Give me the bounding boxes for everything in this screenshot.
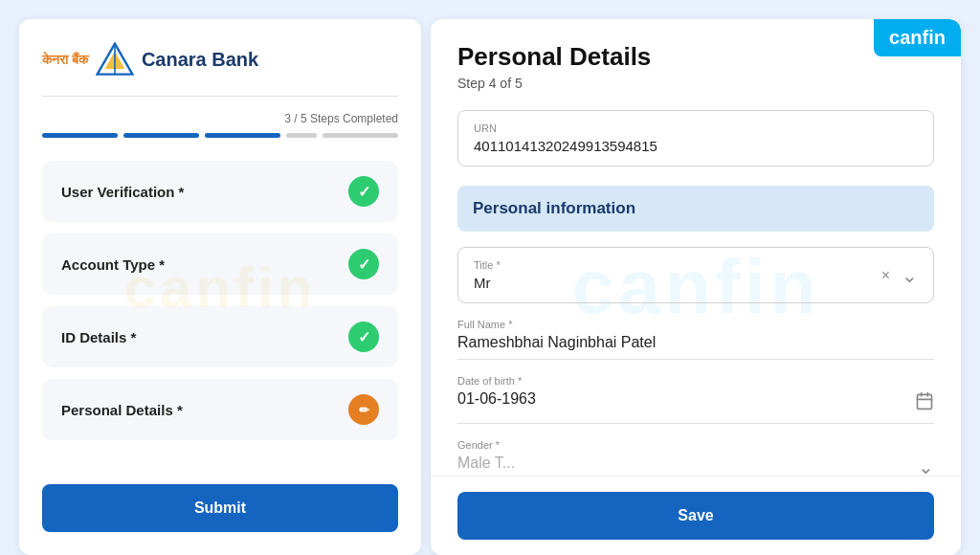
progress-seg-3: [205, 133, 280, 138]
title-field-label: Title *: [474, 259, 501, 271]
check-icon-account-type: ✓: [348, 249, 379, 279]
urn-label: URN: [474, 122, 918, 134]
bank-name-text: Canara Bank: [142, 49, 258, 71]
kannada-logo-text: केनरा बैंक: [42, 52, 88, 68]
step-label-id-details: ID Details *: [61, 329, 136, 345]
check-icon-user-verification: ✓: [348, 176, 379, 207]
step-label-account-type: Account Type *: [61, 256, 165, 273]
gender-value: Male T...: [457, 455, 515, 476]
fullname-field: Full Name * Rameshbhai Naginbhai Patel: [457, 319, 934, 360]
title-dropdown-button[interactable]: ⌄: [902, 264, 918, 287]
edit-icon-personal-details: ✏: [348, 394, 379, 425]
submit-button[interactable]: Submit: [42, 484, 398, 532]
fullname-label: Full Name *: [457, 319, 934, 330]
title-field-container: Title * Mr × ⌄: [457, 247, 934, 303]
step-label-right: Step 4 of 5: [457, 76, 934, 91]
steps-completed-label: 3 / 5 Steps Completed: [42, 112, 398, 125]
step-label-user-verification: User Verification *: [61, 184, 184, 200]
title-field: Title * Mr × ⌄: [457, 247, 934, 303]
check-icon-id-details: ✓: [348, 322, 379, 352]
logo-area: केनरा बैंक Canara Bank: [42, 42, 398, 77]
dob-label: Date of birth *: [457, 375, 934, 387]
page-title: Personal Details: [457, 42, 934, 72]
urn-field: URN 40110141320249913594815: [457, 110, 934, 166]
left-panel: canfin केनरा बैंक Canara Bank 3 / 5 Step…: [19, 19, 421, 555]
progress-seg-4: [286, 133, 317, 138]
save-button[interactable]: Save: [457, 492, 934, 540]
save-btn-container: Save: [431, 476, 961, 555]
title-field-actions: × ⌄: [881, 264, 918, 287]
right-content-area: canfin Personal Details Step 4 of 5 URN …: [431, 19, 961, 476]
step-item-personal-details[interactable]: Personal Details * ✏: [42, 379, 398, 440]
step-items-list: User Verification * ✓ Account Type * ✓ I…: [42, 161, 398, 469]
svg-rect-3: [918, 394, 932, 409]
fullname-value: Rameshbhai Naginbhai Patel: [457, 334, 934, 360]
dob-value: 01-06-1963: [457, 390, 536, 415]
title-clear-button[interactable]: ×: [881, 267, 890, 284]
calendar-icon: [915, 391, 934, 411]
progress-seg-5: [323, 133, 398, 138]
title-field-content: Title * Mr: [474, 259, 501, 291]
gender-dropdown-button[interactable]: ⌄: [918, 455, 934, 476]
dob-field: Date of birth * 01-06-1963: [457, 375, 934, 424]
gender-label: Gender *: [457, 439, 934, 451]
canfin-badge: canfin: [874, 19, 961, 56]
logo-divider: [42, 96, 398, 97]
title-field-value: Mr: [474, 275, 501, 291]
dob-value-row: 01-06-1963: [457, 390, 934, 424]
canara-logo-triangle: [96, 42, 134, 77]
step-label-personal-details: Personal Details *: [61, 402, 183, 418]
calendar-button[interactable]: [915, 391, 934, 415]
progress-seg-1: [42, 133, 118, 138]
right-panel: canfin canfin Personal Details Step 4 of…: [431, 19, 961, 555]
progress-bar: [42, 133, 398, 138]
gender-field: Gender * Male T... ⌄: [457, 439, 934, 476]
step-item-id-details[interactable]: ID Details * ✓: [42, 306, 398, 367]
urn-value: 40110141320249913594815: [474, 138, 918, 154]
progress-seg-2: [123, 133, 199, 138]
step-item-account-type[interactable]: Account Type * ✓: [42, 233, 398, 295]
gender-dropdown-row: Male T... ⌄: [457, 455, 934, 476]
personal-info-section-header: Personal information: [457, 186, 934, 232]
step-item-user-verification[interactable]: User Verification * ✓: [42, 161, 398, 222]
